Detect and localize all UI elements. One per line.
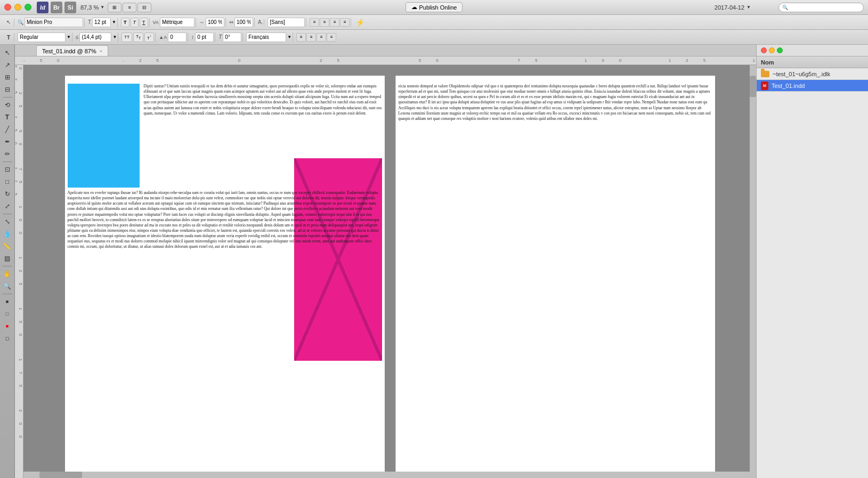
panel-item-0[interactable]: ~test_01~u6g5m_.idlk [757,68,868,80]
view-mode-btn3[interactable]: ⊟ [137,3,151,12]
tracking-group: ↔ [198,18,226,27]
align-center-btn[interactable]: ≡ [320,18,329,27]
font-style-input[interactable] [18,33,66,42]
search-bar[interactable]: 🔍 [778,3,864,12]
selection-tool[interactable]: ↖ [2,47,13,59]
bold-button[interactable]: T [121,18,129,27]
align-group: ≡ ≡ ≡ ≡ [309,18,351,27]
ruler-h-marks: -50 -25 0 25 50 75 100 125 150 175 200 [23,58,756,63]
rect-frame-tool[interactable]: ⊡ [2,164,13,175]
document-tab[interactable]: Test_01.indd @ 87% × [36,45,108,56]
panel-max-btn[interactable] [777,47,783,53]
minimize-button[interactable] [14,4,21,11]
super-btn[interactable]: T↑ [144,33,154,42]
publish-label: Publish Online [419,4,457,11]
hscale-input[interactable] [234,18,253,27]
font-name-input[interactable] [25,18,83,27]
tab-close-btn[interactable]: × [100,48,102,54]
zoom-dropdown-icon[interactable]: ▼ [100,5,104,10]
align-buttons: ≡ ≡ ≡ ≡ [310,18,350,27]
va-icon: VA [153,20,159,25]
lang-family-input[interactable] [267,18,305,27]
leading-icon: ≤ [76,34,79,40]
date-value: 2017-04-12 [715,4,744,11]
align-justify-btn[interactable]: ≡ [340,18,350,27]
indesign-icon[interactable]: Id [37,2,48,13]
scrollbar-vertical[interactable] [750,65,756,478]
icon-group2: T [3,33,14,42]
rotate-tool[interactable]: ↻ [2,188,13,200]
measure-tool[interactable]: 📏 [2,240,13,252]
panel-close-btn[interactable] [761,47,767,53]
maximize-button[interactable] [25,4,31,11]
metrics-select[interactable] [160,18,194,27]
align-l2[interactable]: ≡ [296,33,306,42]
date-arrow[interactable]: ▼ [747,5,751,10]
panel-item-1[interactable]: Id Test_01.indd [757,80,868,92]
selection-icon: ↖ [4,18,13,27]
hand-tool[interactable]: ✋ [2,268,13,280]
page-tool[interactable]: ⊞ [2,71,13,83]
align-j2[interactable]: ≡ [327,33,336,42]
underline-button[interactable]: T [140,18,148,27]
publish-online-button[interactable]: ☁ Publish Online [405,2,463,12]
text-frame-right[interactable]: eicia nonesto demped ut valore Olupidemo… [399,84,712,121]
scrollbar-thumb-h[interactable] [39,472,82,478]
blue-image-frame[interactable] [68,84,140,188]
stock-icon[interactable]: Si [64,2,76,13]
gap-tool[interactable]: ⊟ [2,84,13,95]
skew-input[interactable] [223,33,241,42]
date-control: 2017-04-12 ▼ [715,4,751,11]
font-size-input[interactable] [92,18,111,27]
content-tool[interactable]: ⟲ [2,99,13,111]
pencil-tool[interactable]: ✏ [2,148,13,160]
pink-image-frame[interactable] [294,158,382,361]
view-mode[interactable]: ◻ [2,333,13,344]
all-caps-btn[interactable]: TT [121,33,132,42]
toolbar-row2: T ▼ ≤ ▼ TT TT T↑ ▲A ↕ T ▼ ≡ ≡ ≡ [0,30,868,45]
leading-arrow[interactable]: ▼ [112,35,117,39]
text-tool[interactable]: T [2,111,13,123]
close-button[interactable] [4,4,11,11]
font-size-arrow[interactable]: ▼ [112,20,116,25]
view-mode-btn2[interactable]: ≡ [123,3,136,12]
view-mode-btn1[interactable]: ⊞ [108,3,121,12]
lightning-icon[interactable]: ⚡ [355,18,364,27]
gradient-tool[interactable]: ▨ [2,253,13,264]
baseline-shift-input[interactable] [168,33,186,42]
rect-tool[interactable]: □ [2,176,13,188]
align-right-btn[interactable]: ≡ [330,18,339,27]
pen-tool[interactable]: ✒ [2,136,13,148]
align-buttons2: ≡ ≡ ≡ ≡ [296,33,336,42]
direct-select-tool[interactable]: ↗ [2,59,13,71]
font-search-icon: 🔍 [18,20,23,25]
small-caps-btn[interactable]: TT [133,33,143,42]
align-c2[interactable]: ≡ [306,33,316,42]
bridge-icon[interactable]: Br [51,2,62,13]
language-input[interactable] [246,33,286,42]
text-frame-2[interactable]: Apelicate nos ex everfer ruptaqu ibusae … [68,190,382,249]
text-frame-1[interactable]: Dipiti suntur? Untium sustiis tesequidi … [144,84,382,116]
scrollbar-thumb-v[interactable] [750,76,756,97]
italic-button[interactable]: T [131,18,139,27]
vscale-input[interactable] [195,33,214,42]
align-left-btn[interactable]: ≡ [310,18,319,27]
leading-input[interactable] [79,33,111,42]
font-size-group: T ▼ [87,18,118,27]
tracking-input[interactable] [206,18,224,27]
font-style-arrow[interactable]: ▼ [67,35,71,39]
scale-tool[interactable]: ⤢ [2,200,13,212]
stroke-color[interactable]: □ [2,308,13,320]
align-r2[interactable]: ≡ [317,33,326,42]
formatting-mode[interactable]: ■ [2,320,13,332]
panel-min-btn[interactable] [769,47,775,53]
fill-color[interactable]: ■ [2,296,13,307]
canvas-viewport[interactable]: Dipiti suntur? Untium sustiis tesequidi … [23,65,756,478]
main-layout: ↖ ↗ ⊞ ⊟ ⟲ T ╱ ✒ ✏ ⊡ □ ↻ ⤢ ⤡ 💧 📏 ▨ ✋ 🔍 ■ … [0,45,868,478]
line-tool[interactable]: ╱ [2,124,13,135]
scrollbar-horizontal[interactable] [23,472,750,478]
language-arrow[interactable]: ▼ [287,35,291,39]
eyedropper-tool[interactable]: 💧 [2,228,13,240]
zoom-tool[interactable]: 🔍 [2,280,13,292]
free-transform-tool[interactable]: ⤡ [2,216,13,228]
